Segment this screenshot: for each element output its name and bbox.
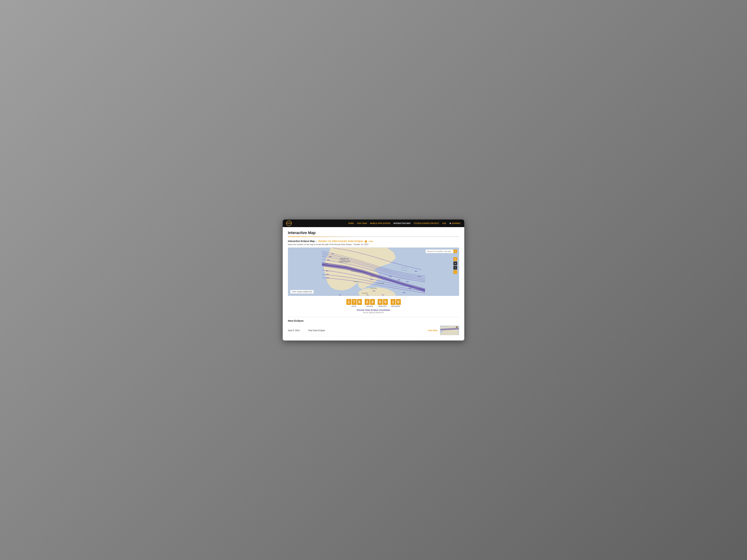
seconds-boxes: 1 0	[391, 299, 401, 305]
nav-mobile-app[interactable]: MOBILE APPLICATION	[370, 222, 390, 224]
eclipse-row: April 8, 2024 Total Solar Eclipse View M…	[288, 324, 459, 337]
map-controls: M + − 🌙	[454, 257, 457, 274]
countdown-hours: 2 3 HOURS	[365, 299, 375, 307]
countdown-section: 1 7 8 DAYS 2 3 HOURS 5	[288, 299, 459, 314]
svg-text:Ecuador: Ecuador	[362, 292, 368, 294]
svg-point-43	[456, 327, 457, 328]
days-boxes: 1 7 8	[346, 299, 362, 305]
nav-our-team[interactable]: OUR TEAM	[357, 222, 367, 224]
svg-text:50%: 50%	[418, 276, 421, 277]
legend-line	[292, 292, 296, 292]
svg-text:60%: 60%	[327, 277, 329, 278]
nav-links: HOME OUR TEAM MOBILE APPLICATION INTERAC…	[349, 222, 461, 224]
svg-text:70%: 70%	[389, 276, 392, 277]
search-button[interactable]: ●	[454, 249, 457, 253]
svg-text:Ocean: Ocean	[401, 269, 407, 271]
help-link[interactable]: Help	[369, 240, 373, 242]
countdown-seconds: 1 0 SECONDS	[391, 299, 401, 307]
nav-espanol[interactable]: 🇲🇽 ESPAÑOL	[449, 222, 461, 224]
day-digit-1: 1	[346, 299, 351, 305]
svg-text:60%: 60%	[327, 259, 330, 261]
svg-text:80%: 80%	[397, 279, 400, 281]
day-digit-3: 8	[357, 299, 362, 305]
flag-icon: 🇲🇽	[449, 222, 452, 224]
search-box: ●	[426, 249, 457, 253]
map-legend: Eclipse Visibility Path	[290, 290, 314, 294]
zoom-in-button[interactable]: +	[454, 262, 457, 265]
eclipse-map[interactable]: NORTH AMERICA United States Mexico Cuba …	[288, 247, 459, 296]
eclipse-type: Total Solar Eclipse	[308, 329, 425, 332]
countdown-date: Oct 14, 2023 at 15:03 UTC	[363, 312, 384, 314]
eclipse-date: April 8, 2024	[288, 329, 305, 332]
moon-button[interactable]: 🌙	[454, 270, 457, 274]
navigation-bar: ECLIPSE HOME OUR TEAM MOBILE APPLICATION…	[283, 219, 464, 227]
map-icon-button[interactable]: M	[454, 257, 457, 261]
svg-text:0%: 0%	[339, 294, 341, 296]
hours-label: HOURS	[366, 305, 373, 307]
next-eclipse-section: Next Eclipse: April 8, 2024 Total Solar …	[288, 317, 459, 337]
minutes-label: MINUTES	[379, 305, 387, 307]
map-svg: NORTH AMERICA United States Mexico Cuba …	[288, 248, 459, 296]
svg-text:Colombia: Colombia	[370, 288, 377, 289]
title-divider	[288, 236, 459, 237]
eclipse-thumbnail	[440, 326, 459, 335]
svg-text:50%: 50%	[372, 290, 376, 292]
day-digit-2: 7	[352, 299, 357, 305]
svg-text:60%: 60%	[409, 288, 412, 289]
logo[interactable]: ECLIPSE	[286, 220, 292, 226]
svg-text:Venezuela: Venezuela	[377, 283, 384, 284]
svg-text:50%: 50%	[329, 256, 332, 258]
svg-text:30%: 30%	[332, 253, 334, 255]
svg-text:Atlantic: Atlantic	[401, 266, 408, 269]
svg-text:70%: 70%	[370, 279, 373, 281]
hour-digit-1: 2	[365, 299, 369, 305]
view-map-link[interactable]: View Map	[428, 329, 437, 332]
svg-text:30%: 30%	[326, 270, 329, 272]
search-input[interactable]	[426, 250, 454, 253]
svg-text:30%: 30%	[415, 270, 417, 272]
nav-interactive-map[interactable]: INTERACTIVE MAP	[393, 222, 411, 224]
eclipse-date-link[interactable]: October 14, 2023 Annular Solar Eclipse	[318, 240, 363, 242]
countdown-minutes: 5 5 MINUTES	[378, 299, 388, 307]
svg-text:80%: 80%	[406, 281, 409, 283]
help-icon[interactable]: ?	[365, 240, 367, 243]
zoom-out-button[interactable]: −	[454, 266, 457, 270]
next-eclipse-title: Next Eclipse:	[288, 319, 459, 322]
second-digit-1: 1	[391, 299, 395, 305]
hours-boxes: 2 3	[365, 299, 375, 305]
nav-faq[interactable]: FAQ	[442, 222, 446, 224]
nav-home[interactable]: HOME	[349, 222, 354, 224]
page-title: Interactive Map	[288, 231, 459, 235]
browser-window: ECLIPSE HOME OUR TEAM MOBILE APPLICATION…	[283, 219, 464, 341]
minute-digit-2: 5	[383, 299, 388, 305]
map-subtext: Input your location on the map to locate…	[288, 243, 459, 245]
hour-digit-2: 3	[370, 299, 375, 305]
second-digit-2: 0	[396, 299, 401, 305]
countdown-days: 1 7 8 DAYS	[346, 299, 362, 307]
page-content: Interactive Map Interactive Eclipse Map …	[283, 227, 464, 341]
svg-text:0%: 0%	[367, 294, 368, 296]
legend-label: Eclipse Visibility Path	[297, 291, 312, 293]
countdown-title: Annular Solar Eclipse Countdown	[357, 309, 390, 311]
seconds-label: SECONDS	[391, 305, 400, 307]
svg-text:0%: 0%	[326, 263, 327, 264]
svg-text:0%: 0%	[382, 294, 384, 296]
svg-text:50%: 50%	[326, 274, 329, 275]
nav-citizen-science[interactable]: CITIZEN SCIENCE PROJECT	[414, 222, 439, 224]
days-label: DAYS	[352, 305, 356, 307]
svg-text:50%: 50%	[403, 292, 406, 293]
minutes-boxes: 5 5	[378, 299, 388, 305]
countdown-digits: 1 7 8 DAYS 2 3 HOURS 5	[346, 299, 401, 307]
map-heading: Interactive Eclipse Map – October 14, 20…	[288, 240, 459, 243]
logo-text: ECLIPSE	[286, 223, 291, 224]
minute-digit-1: 5	[378, 299, 383, 305]
